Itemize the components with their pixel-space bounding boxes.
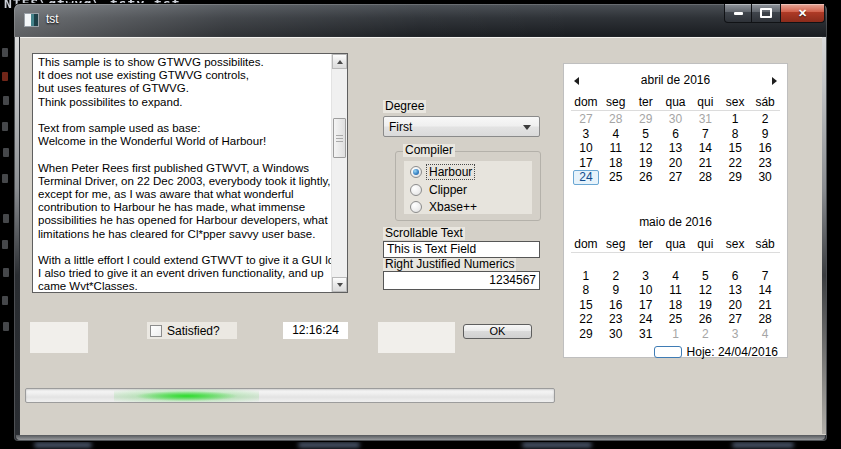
scroll-up-button[interactable] (332, 54, 347, 69)
calendar-day[interactable]: 30 (661, 112, 691, 127)
calendar-day-selected[interactable]: 24 (573, 170, 599, 185)
calendar-day[interactable]: 16 (601, 298, 631, 313)
calendar-day[interactable]: 20 (661, 156, 691, 171)
calendar-day[interactable]: 26 (690, 312, 720, 327)
calendar-day[interactable]: 16 (750, 141, 780, 156)
calendar-day[interactable]: 31 (631, 327, 661, 342)
calendar-day[interactable]: 10 (571, 141, 601, 156)
calendar-day[interactable]: 13 (661, 141, 691, 156)
calendar-day[interactable]: 9 (601, 283, 631, 298)
title-bar[interactable]: tst (14, 4, 827, 37)
calendar-day[interactable]: 27 (571, 112, 601, 127)
calendar-day[interactable]: 19 (690, 298, 720, 313)
calendar-day[interactable]: 7 (750, 269, 780, 284)
calendar-day[interactable]: 29 (631, 112, 661, 127)
calendar-day[interactable]: 19 (631, 156, 661, 171)
calendar-month-may: maio de 2016 domsegterquaquisexsáb 12345… (571, 214, 780, 360)
scrollbar-thumb[interactable] (333, 118, 346, 158)
checkbox-icon[interactable] (150, 325, 162, 337)
scrollable-text-field[interactable]: This is Text Field (383, 241, 540, 258)
calendar-day[interactable]: 28 (690, 170, 720, 185)
calendar-day[interactable]: 28 (601, 112, 631, 127)
calendar-day[interactable]: 15 (720, 141, 750, 156)
calendar-day[interactable]: 14 (750, 283, 780, 298)
calendar-day[interactable]: 10 (631, 283, 661, 298)
calendar-day[interactable]: 4 (661, 269, 691, 284)
calendar-day[interactable]: 17 (571, 156, 601, 171)
calendar-day[interactable]: 3 (720, 327, 750, 342)
calendar-day[interactable]: 18 (601, 156, 631, 171)
radio-label: Clipper (427, 183, 469, 197)
numerics-field[interactable]: 1234567 (383, 271, 540, 290)
sample-textbox[interactable]: This sample is to show GTWVG possibilite… (32, 53, 348, 293)
calendar-day[interactable]: 8 (571, 283, 601, 298)
calendar-day[interactable]: 26 (631, 170, 661, 185)
calendar-day[interactable]: 4 (601, 127, 631, 142)
calendar-day[interactable]: 12 (690, 283, 720, 298)
calendar-day[interactable]: 24 (631, 312, 661, 327)
calendar-day[interactable]: 8 (720, 127, 750, 142)
day-header: dom (571, 94, 601, 110)
calendar-day[interactable]: 14 (690, 141, 720, 156)
calendar-day[interactable]: 30 (601, 327, 631, 342)
maximize-button[interactable] (752, 4, 780, 23)
calendar-month-title: abril de 2016 (571, 72, 780, 89)
calendar-day[interactable]: 13 (720, 283, 750, 298)
radio-clipper[interactable]: Clipper (410, 183, 469, 197)
calendar-day[interactable]: 22 (571, 312, 601, 327)
calendar-day[interactable]: 11 (601, 141, 631, 156)
calendar-day[interactable]: 2 (690, 327, 720, 342)
calendar-day[interactable]: 29 (720, 170, 750, 185)
calendar-day[interactable]: 21 (690, 156, 720, 171)
calendar-day[interactable]: 15 (571, 298, 601, 313)
calendar-day[interactable]: 27 (661, 170, 691, 185)
calendar-day[interactable]: 11 (661, 283, 691, 298)
radio-xbase[interactable]: Xbase++ (410, 200, 479, 214)
calendar-day[interactable]: 20 (720, 298, 750, 313)
day-header: qua (661, 94, 691, 110)
calendar-day[interactable]: 1 (571, 269, 601, 284)
console-fragment (2, 174, 8, 183)
calendar-day[interactable]: 1 (720, 112, 750, 127)
calendar-day[interactable]: 7 (690, 127, 720, 142)
calendar-day[interactable]: 30 (750, 170, 780, 185)
calendar-day[interactable]: 25 (601, 170, 631, 185)
calendar-day[interactable]: 23 (750, 156, 780, 171)
calendar-day[interactable]: 28 (750, 312, 780, 327)
minimize-button[interactable] (724, 4, 752, 23)
calendar-day[interactable]: 6 (720, 269, 750, 284)
calendar-today-row[interactable]: Hoje: 24/04/2016 (571, 345, 780, 360)
calendar-day[interactable]: 6 (661, 127, 691, 142)
calendar-day[interactable]: 27 (720, 312, 750, 327)
month-calendar[interactable]: abril de 2016 domsegterquaquisexsáb 2728… (563, 63, 788, 358)
calendar-day[interactable]: 3 (571, 127, 601, 142)
calendar-day[interactable]: 22 (720, 156, 750, 171)
calendar-day[interactable]: 1 (661, 327, 691, 342)
calendar-day[interactable]: 18 (661, 298, 691, 313)
checkbox-label: Satisfied? (167, 324, 220, 338)
ok-button[interactable]: OK (463, 324, 532, 339)
calendar-day[interactable]: 5 (690, 269, 720, 284)
scrollable-text-label: Scrollable Text (383, 227, 465, 240)
calendar-day[interactable]: 29 (571, 327, 601, 342)
calendar-day[interactable]: 2 (750, 112, 780, 127)
sample-text: This sample is to show GTWVG possibilite… (34, 55, 331, 291)
calendar-day[interactable]: 23 (601, 312, 631, 327)
calendar-day[interactable]: 12 (631, 141, 661, 156)
degree-combobox[interactable]: First (383, 116, 540, 137)
calendar-day[interactable]: 25 (661, 312, 691, 327)
satisfied-checkbox-row[interactable]: Satisfied? (147, 322, 237, 339)
calendar-date-grid: 2728293031123456789101112131415161718192… (571, 112, 780, 185)
radio-harbour[interactable]: Harbour (410, 165, 474, 179)
calendar-day[interactable]: 31 (690, 112, 720, 127)
calendar-day[interactable]: 21 (750, 298, 780, 313)
calendar-day[interactable]: 3 (631, 269, 661, 284)
close-button[interactable]: ✕ (780, 4, 825, 23)
calendar-day[interactable]: 5 (631, 127, 661, 142)
scroll-down-button[interactable] (332, 277, 347, 292)
calendar-day[interactable]: 4 (750, 327, 780, 342)
vertical-scrollbar[interactable] (331, 54, 347, 292)
calendar-day[interactable]: 9 (750, 127, 780, 142)
calendar-day[interactable]: 17 (631, 298, 661, 313)
calendar-day[interactable]: 2 (601, 269, 631, 284)
